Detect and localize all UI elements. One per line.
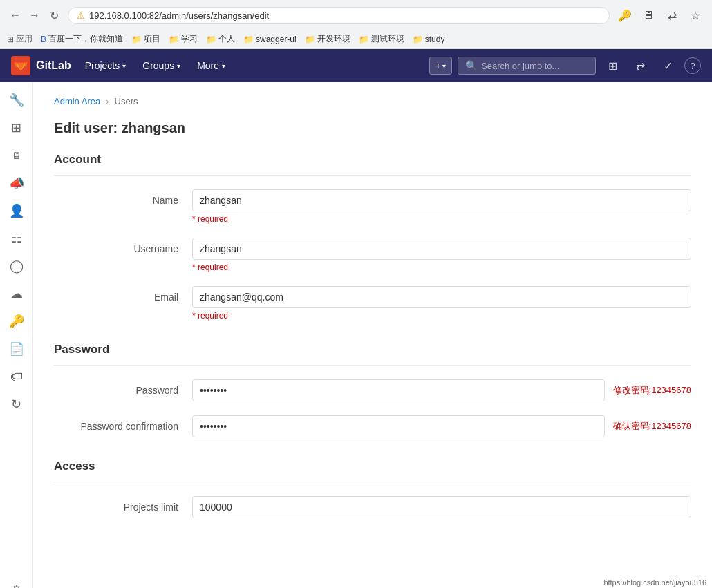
sidebar-item-grid[interactable]: ⊞	[4, 115, 29, 140]
nav-more[interactable]: More ▾	[189, 49, 234, 82]
nav-issues-icon[interactable]: ✓	[657, 55, 679, 77]
email-form-group: Email * required	[54, 286, 691, 321]
back-button[interactable]: ←	[7, 7, 24, 23]
browser-nav-buttons: ← → ↻	[7, 7, 62, 23]
sidebar-item-gear[interactable]: ⚙	[4, 578, 29, 588]
password-section: Password Password 修改密码:12345678 Password…	[54, 343, 691, 437]
sidebar-item-document[interactable]: 📄	[4, 336, 29, 361]
account-section-title: Account	[54, 153, 691, 176]
forward-button[interactable]: →	[26, 7, 43, 23]
browser-toolbar: ← → ↻ ⚠ 192.168.0.100:82/admin/users/zha…	[0, 0, 712, 30]
reload-button[interactable]: ↻	[46, 7, 62, 23]
personal-label: 个人	[218, 33, 235, 45]
username-input[interactable]	[192, 238, 691, 260]
access-section: Access Projects limit	[54, 459, 691, 518]
cast-button[interactable]: 🖥	[639, 6, 658, 25]
sidebar-item-wrench[interactable]: 🔧	[4, 88, 29, 113]
name-input[interactable]	[192, 189, 691, 211]
sidebar-item-user-circle[interactable]: ◯	[4, 254, 29, 278]
password-manager-button[interactable]: 🔑	[615, 6, 635, 25]
address-bar[interactable]: ⚠ 192.168.0.100:82/admin/users/zhangsan/…	[68, 7, 610, 24]
study-label: 学习	[181, 33, 198, 45]
nav-merge-request-icon[interactable]: ⇄	[629, 55, 651, 77]
groups-chevron-icon: ▾	[177, 62, 180, 70]
browser-chrome: ← → ↻ ⚠ 192.168.0.100:82/admin/users/zha…	[0, 0, 712, 49]
email-input[interactable]	[192, 286, 691, 308]
folder-icon-3: 📁	[206, 35, 216, 44]
nav-groups-label: Groups	[142, 60, 174, 71]
bookmark-swagger[interactable]: 📁 swagger-ui	[243, 35, 297, 44]
sidebar-item-key[interactable]: 🔑	[4, 309, 29, 334]
status-url: https://blog.csdn.net/jiayou516	[603, 578, 706, 587]
projects-limit-form-group: Projects limit	[54, 496, 691, 518]
url-text: 192.168.0.100:82/admin/users/zhangsan/ed…	[89, 10, 601, 21]
folder-icon-6: 📁	[359, 35, 369, 44]
projects-limit-label: Projects limit	[54, 496, 192, 518]
bookmark-test-env[interactable]: 📁 测试环境	[359, 33, 404, 45]
account-section: Account Name * required Username * requi…	[54, 153, 691, 321]
breadcrumb-users: Users	[115, 96, 138, 106]
bookmark-dev-env[interactable]: 📁 开发环境	[305, 33, 350, 45]
name-required-marker: * required	[192, 214, 228, 224]
project-label: 项目	[144, 33, 160, 45]
sidebar-item-users[interactable]: 👤	[4, 198, 29, 223]
sidebar-item-megaphone[interactable]: 📣	[4, 171, 29, 196]
apps-icon: ⊞	[7, 35, 14, 44]
plus-chevron-icon: ▾	[442, 62, 446, 70]
sidebar-item-tag[interactable]: 🏷	[4, 364, 29, 389]
password-confirmation-note: 确认密码:12345678	[613, 420, 691, 433]
apps-bookmark[interactable]: ⊞ 应用	[7, 33, 32, 45]
swagger-label: swagger-ui	[256, 35, 297, 44]
bookmark-button[interactable]: ☆	[686, 6, 705, 25]
sidebar-item-apps[interactable]: ⚏	[4, 226, 29, 251]
password-section-title: Password	[54, 343, 691, 366]
app-layout: 🔧 ⊞ 🖥 📣 👤 ⚏ ◯ ☁ 🔑 📄 🏷 ↻ ⚙ Admin Area › U…	[0, 82, 712, 588]
apps-label: 应用	[16, 33, 32, 45]
password-input[interactable]	[192, 379, 605, 401]
password-confirmation-field-wrapper: 确认密码:12345678	[192, 415, 691, 437]
sidebar-item-monitor[interactable]: 🖥	[4, 143, 29, 168]
folder-icon-4: 📁	[243, 35, 254, 44]
projects-chevron-icon: ▾	[122, 62, 126, 70]
password-label: Password	[54, 379, 192, 401]
page-title: Edit user: zhangsan	[54, 120, 691, 136]
sidebar-item-cloud[interactable]: ☁	[4, 281, 29, 306]
password-confirmation-form-group: Password confirmation 确认密码:12345678	[54, 415, 691, 437]
bookmark-personal[interactable]: 📁 个人	[206, 33, 235, 45]
gitlab-logo[interactable]: GitLab	[11, 56, 71, 75]
search-icon: 🔍	[465, 60, 477, 71]
study2-label: study	[425, 35, 445, 44]
nav-projects[interactable]: Projects ▾	[77, 49, 135, 82]
navbar-right: + ▾ 🔍 ⊞ ⇄ ✓ ?	[429, 55, 701, 77]
search-input[interactable]	[481, 61, 585, 71]
projects-limit-input[interactable]	[192, 496, 691, 518]
password-field-wrapper: 修改密码:12345678	[192, 379, 691, 401]
breadcrumb-admin-area[interactable]: Admin Area	[54, 96, 100, 106]
browser-actions: 🔑 🖥 ⇄ ☆	[615, 6, 705, 25]
more-chevron-icon: ▾	[222, 62, 225, 70]
bookmark-project[interactable]: 📁 项目	[131, 33, 160, 45]
nav-menu: Projects ▾ Groups ▾ More ▾	[77, 49, 234, 82]
nav-help-icon[interactable]: ?	[684, 57, 701, 74]
bookmark-baidu[interactable]: B 百度一下，你就知道	[41, 33, 123, 45]
sync-button[interactable]: ⇄	[662, 6, 682, 25]
password-form-group: Password 修改密码:12345678	[54, 379, 691, 401]
folder-icon-2: 📁	[169, 35, 179, 44]
username-required-marker: * required	[192, 263, 228, 272]
username-field: * required	[192, 238, 691, 272]
nav-groups[interactable]: Groups ▾	[134, 49, 189, 82]
name-field: * required	[192, 189, 691, 224]
baidu-icon: B	[41, 35, 46, 44]
create-new-button[interactable]: + ▾	[429, 57, 452, 75]
folder-icon-5: 📁	[305, 35, 315, 44]
breadcrumb: Admin Area › Users	[54, 96, 691, 106]
global-search[interactable]: 🔍	[458, 57, 596, 75]
password-confirmation-input[interactable]	[192, 415, 605, 437]
bookmark-study[interactable]: 📁 学习	[169, 33, 198, 45]
nav-board-icon[interactable]: ⊞	[601, 55, 624, 77]
baidu-label: 百度一下，你就知道	[48, 33, 123, 45]
bookmark-study2[interactable]: 📁 study	[413, 35, 445, 44]
nav-more-label: More	[197, 60, 219, 71]
sidebar-item-refresh[interactable]: ↻	[4, 392, 29, 417]
name-label: Name	[54, 189, 192, 224]
